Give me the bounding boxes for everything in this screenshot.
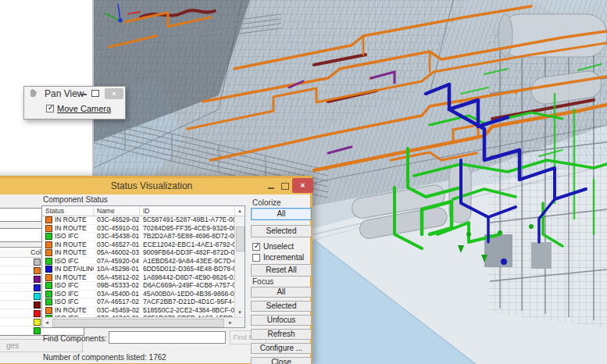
unselect-label: Unselect <box>263 242 294 251</box>
id-cell: A1EBD542-9A84-43EE-9C7D-013BDF4F4 <box>140 258 234 266</box>
focus-all-button[interactable]: All <box>251 287 312 298</box>
unfocus-button[interactable]: Unfocus <box>251 315 312 326</box>
close-button[interactable]: Close <box>251 357 312 364</box>
scrollbar-thumb[interactable] <box>52 319 224 327</box>
colorize-label: Colorize <box>252 198 281 207</box>
component-rows: IN ROUTE03C-46529-025C587491-5287-49B1-A… <box>42 216 234 317</box>
incremental-checkbox[interactable] <box>252 254 260 262</box>
scroll-up-icon[interactable] <box>235 216 245 226</box>
scroll-right-icon[interactable]: ► <box>226 318 235 327</box>
id-cell: 1A698442-D8D7-4E90-8626-01BD93BF3 <box>140 274 234 282</box>
status-color-swatch <box>45 266 52 273</box>
table-row[interactable]: ISO IFC09B-45333-02D6AC669A-249F-4CB8-A7… <box>42 282 234 291</box>
maximize-icon[interactable] <box>281 183 289 190</box>
status-color-swatch <box>45 233 52 240</box>
name-cell: 05A-45812-02 <box>94 274 140 282</box>
status-cell: IN ROUTE <box>42 274 94 282</box>
table-row[interactable]: ISO IFC07A-46517-027ACF2BB7-D21D-4D1C-95… <box>42 298 234 307</box>
scrollbar-thumb[interactable] <box>236 227 245 252</box>
id-cell: 45A00B0A-1ED0-4B36-9866-0252009123 <box>140 291 234 298</box>
close-icon[interactable]: × <box>292 178 313 193</box>
status-cell: ISO IFC <box>42 291 94 298</box>
configure-button[interactable]: Configure ... <box>251 343 312 354</box>
table-row[interactable]: IN ROUTE03C-45910-0170284D95-FF35-4CE9-9… <box>42 225 234 234</box>
component-count-status: Number of components listed: 1762 <box>43 353 166 362</box>
move-camera-checkbox[interactable] <box>46 105 54 112</box>
name-cell: 03C-46527-01 <box>94 241 140 249</box>
legend-color-swatch <box>34 327 41 334</box>
column-header-status[interactable]: Status <box>42 206 94 216</box>
legend-color-swatch <box>34 302 41 309</box>
vertical-scrollbar[interactable]: ▼ <box>234 216 245 317</box>
status-color-swatch <box>45 241 52 248</box>
name-cell: 03C-45438-01 <box>94 233 140 241</box>
legend-color-swatch <box>34 284 41 291</box>
id-cell: 7ACF2BB7-D21D-4D1C-95F4-0261BBCD0 <box>140 298 234 306</box>
focus-label: Focus <box>252 277 273 286</box>
colorize-selected-button[interactable]: Selected <box>251 225 312 237</box>
column-header-name[interactable]: Name <box>94 206 140 216</box>
close-icon[interactable]: × <box>105 88 123 99</box>
component-status-table: Status Name ID ▲ IN ROUTE03C-46529-025C5… <box>41 205 245 328</box>
status-color-swatch <box>45 258 52 265</box>
name-cell: 09B-45333-02 <box>94 282 140 290</box>
legend-color-swatch <box>34 259 41 266</box>
status-dialog-titlebar[interactable]: Status Visualization × <box>0 178 310 194</box>
status-color-swatch <box>45 274 52 281</box>
legend-color-swatch <box>34 276 41 283</box>
minimize-icon[interactable] <box>268 187 274 189</box>
id-cell: 518550C2-2CE2-4384-8BCF-026E983286 <box>140 307 234 315</box>
scroll-left-icon[interactable]: ◄ <box>42 318 52 327</box>
pan-hand-icon <box>28 88 37 101</box>
pan-view-title: Pan View <box>45 88 84 99</box>
refresh-button[interactable]: Refresh <box>251 329 312 340</box>
table-row[interactable]: ISO IFC03C-45438-017B2D2A87-5E88-4696-8D… <box>42 233 234 241</box>
id-cell: 9009FB64-DD3F-482F-872D-0121BC6960 <box>140 249 234 257</box>
status-cell: ISO IFC <box>42 282 94 290</box>
status-dialog-title: Status Visualization <box>0 180 310 191</box>
move-camera-label: Move Camera <box>57 104 111 113</box>
status-color-swatch <box>45 225 52 232</box>
name-cell: 03C-46529-02 <box>94 216 140 224</box>
name-cell: 07A-45920-04 <box>94 258 140 266</box>
table-row[interactable]: IN ROUTE05A-45812-021A698442-D8D7-4E90-8… <box>42 274 234 283</box>
table-row[interactable]: ISO IFC07A-45920-04A1EBD542-9A84-43EE-9C… <box>42 258 234 266</box>
table-row[interactable]: IN ROUTE03C-46527-01ECE12042-EBC1-4AE1-8… <box>42 241 234 250</box>
id-cell: 7B2D2A87-5E88-4696-8D72-002C522615 <box>140 233 234 241</box>
status-color-swatch <box>45 291 52 298</box>
reset-all-button[interactable]: Reset All <box>251 264 312 277</box>
horizontal-scrollbar[interactable]: ◄ ► <box>42 317 245 327</box>
legend-color-swatch <box>34 336 41 337</box>
scroll-up-icon[interactable]: ▲ <box>235 206 245 216</box>
legend-color-swatch <box>34 293 41 300</box>
table-row[interactable]: IN ROUTE03C-46529-025C587491-5287-49B1-A… <box>42 216 234 225</box>
maximize-icon[interactable] <box>91 90 99 97</box>
id-cell: ECE12042-EBC1-4AE1-8792-00E69CE010 <box>140 241 234 249</box>
status-cell: IN ROUTE <box>42 241 94 249</box>
column-header-id[interactable]: ID <box>140 206 235 216</box>
incremental-label: Incremental <box>263 253 304 262</box>
status-color-swatch <box>45 216 52 223</box>
minimize-icon[interactable] <box>80 94 87 95</box>
pan-view-titlebar[interactable]: Pan View × <box>24 87 125 100</box>
focus-selected-button[interactable]: Selected <box>251 301 312 312</box>
status-cell: IN ROUTE <box>42 225 94 233</box>
table-row[interactable]: IN ROUTE03C-45459-02518550C2-2CE2-4384-8… <box>42 307 234 316</box>
status-color-swatch <box>45 249 52 256</box>
status-cell: IN DETAILING <box>42 266 94 273</box>
component-status-label: Component Status <box>43 195 108 204</box>
colorize-all-button[interactable]: All <box>251 208 312 220</box>
table-row[interactable]: IN DETAILING10A-45298-016DD5D012-D365-4E… <box>42 266 234 274</box>
table-row[interactable]: IN ROUTE05A-46002-039009FB64-DD3F-482F-8… <box>42 249 234 258</box>
unselect-checkbox[interactable] <box>252 243 260 251</box>
legend-color-swatch <box>34 319 41 326</box>
name-cell: 03C-45459-02 <box>94 307 140 315</box>
find-components-input[interactable] <box>109 331 226 344</box>
status-visualization-dialog: Status Visualization × ▾ ▾ Color ges Com… <box>0 176 312 364</box>
legend-color-swatch <box>34 310 41 317</box>
table-row[interactable]: ISO IFC03A-45400-0145A00B0A-1ED0-4B36-98… <box>42 291 234 299</box>
scroll-down-icon[interactable]: ▼ <box>235 308 245 317</box>
status-color-swatch <box>45 298 52 305</box>
id-cell: 5C587491-5287-49B1-A77E-0001095FDE <box>140 216 234 224</box>
status-cell: IN ROUTE <box>42 249 94 257</box>
